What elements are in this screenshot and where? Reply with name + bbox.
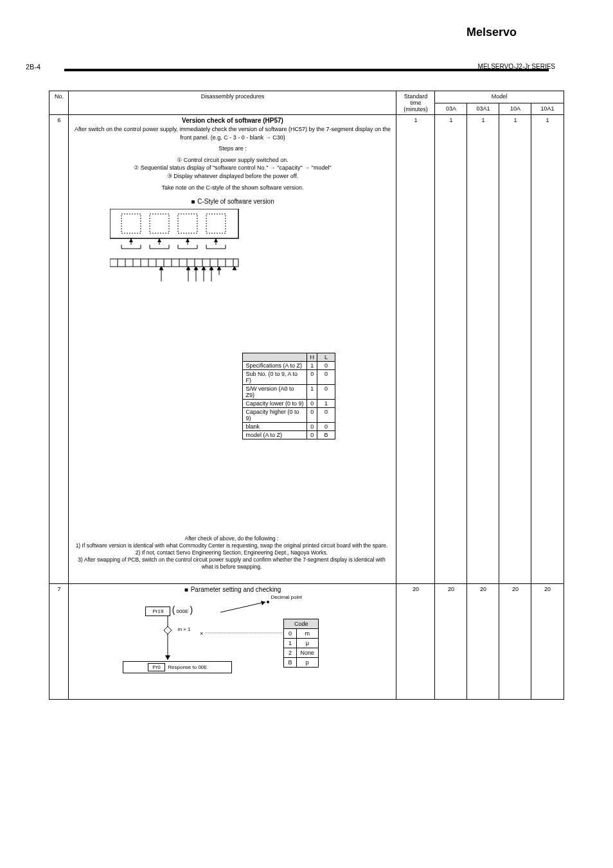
svg-line-56 [220, 602, 265, 612]
flow-mx: m × 1 [177, 626, 190, 632]
header-section: MELSERVO-J2-Jr SERIES [478, 63, 555, 70]
decimal-point-label: Decimal point [271, 594, 301, 600]
cell-model: 20 [467, 584, 499, 700]
proc-steps-label: Steps are : [71, 145, 393, 153]
table-header: No. Disassembly procedures Standard time… [49, 91, 564, 115]
svg-rect-0 [110, 209, 238, 238]
page-title: Melservo [39, 26, 574, 39]
svg-marker-59 [164, 626, 172, 634]
flow-box-pr0: Pr0 [148, 663, 164, 671]
cell-proc: Parameter setting and checking Pr19 ( 00… [69, 584, 396, 700]
cell-model: 1 [435, 115, 467, 584]
cell-model: 1 [531, 115, 564, 584]
svg-marker-57 [261, 601, 265, 605]
cell-no: 7 [49, 584, 69, 700]
code-table: Code 0m 1μ 2None Bp [283, 619, 319, 668]
cell-model: 1 [499, 115, 531, 584]
proc-title: Version check of software (HP57) [71, 117, 393, 124]
cstyle-label: C-Style of software version [71, 198, 393, 205]
cell-no: 6 [49, 115, 69, 584]
header-rule [64, 52, 549, 71]
proc-steps: ① Control circuit power supply switched … [71, 156, 393, 181]
table-row: 7 Parameter setting and checking Pr19 ( … [49, 584, 564, 700]
col-03a: 03A [435, 103, 467, 115]
svg-point-58 [267, 601, 269, 603]
svg-marker-24 [214, 238, 218, 242]
proc-title: Parameter setting and checking [71, 586, 393, 593]
flow-arrows: × [71, 593, 303, 696]
seven-segment-diagram [110, 209, 277, 286]
procedure-table: No. Disassembly procedures Standard time… [49, 91, 564, 700]
segment-table: H L Specifications (A to Z)10 Sub No. (0… [242, 353, 335, 439]
flow-big-box: Pr0 Response to 00E [123, 661, 232, 673]
col-model: Model [435, 91, 564, 103]
svg-marker-18 [129, 238, 133, 242]
cell-model: 1 [467, 115, 499, 584]
col-03a1: 03A1 [467, 103, 499, 115]
seg-col-l: L [317, 353, 335, 362]
cstyle-block: C-Style of software version [71, 198, 393, 286]
svg-marker-62 [165, 655, 170, 660]
seg-col-name [243, 353, 307, 362]
table-row: 6 Version check of software (HP57) After… [49, 115, 564, 584]
page-number: 2B-4 [26, 63, 40, 71]
after-check-note: After check of above, do the following :… [74, 535, 389, 571]
svg-text:×: × [200, 630, 203, 637]
flowchart: Pr19 ( 000E ) [71, 593, 393, 689]
svg-marker-22 [186, 238, 190, 242]
col-no: No. [49, 91, 69, 115]
svg-marker-47 [209, 267, 213, 270]
col-10a1: 10A1 [531, 103, 564, 115]
code-header: Code [284, 619, 319, 629]
svg-marker-49 [202, 267, 206, 270]
seg-col-h: H [307, 353, 317, 362]
svg-marker-51 [194, 267, 198, 270]
col-proc: Disassembly procedures [69, 91, 396, 115]
svg-marker-45 [217, 267, 221, 270]
svg-marker-55 [159, 267, 163, 270]
cell-proc: Version check of software (HP57) After s… [69, 115, 396, 584]
svg-marker-53 [186, 267, 190, 270]
col-time: Standard time (minutes) [396, 91, 435, 115]
cell-model: 20 [499, 584, 531, 700]
cell-time: 1 [396, 115, 435, 584]
flow-big-text: Response to 00E [168, 664, 207, 670]
page-container: Melservo 2B-4 MELSERVO-J2-Jr SERIES No. … [0, 0, 613, 868]
cell-model: 20 [435, 584, 467, 700]
cell-time: 20 [396, 584, 435, 700]
col-10a: 10A [499, 103, 531, 115]
svg-marker-43 [233, 267, 236, 270]
svg-rect-25 [110, 259, 238, 267]
svg-marker-20 [157, 238, 161, 242]
proc-body: After switch on the control power supply… [71, 125, 393, 141]
proc-note: Take note on the C-style of the shown so… [71, 184, 393, 192]
cell-model: 20 [531, 584, 564, 700]
